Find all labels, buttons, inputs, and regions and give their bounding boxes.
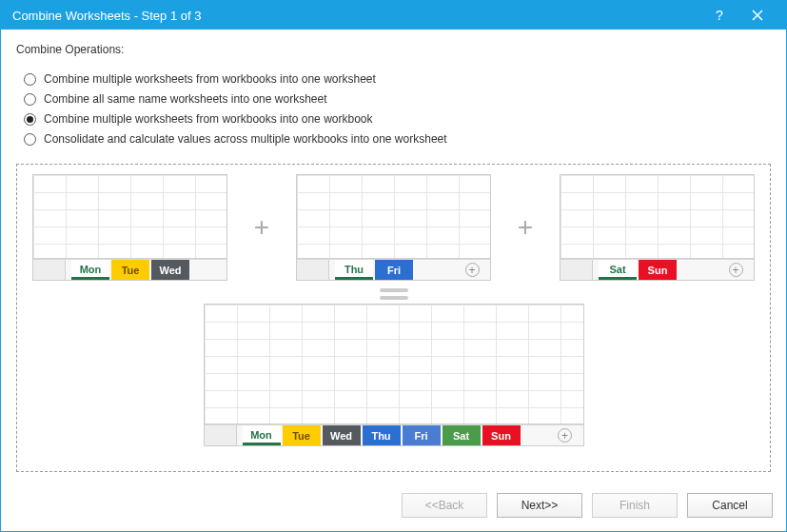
source-workbook: Mon Tue Wed	[32, 174, 227, 281]
add-sheet-button[interactable]: +	[462, 260, 482, 280]
sheet-tab-fri[interactable]: Fri	[375, 260, 413, 280]
radio-icon	[24, 93, 36, 106]
plus-icon: +	[247, 214, 276, 241]
sheet-grid	[33, 175, 226, 259]
sheet-grid	[205, 305, 583, 424]
titlebar: Combine Worksheets - Step 1 of 3 ?	[1, 1, 786, 30]
diagram-source-row: Mon Tue Wed + Thu Fri + +	[32, 174, 755, 281]
next-button[interactable]: Next>>	[497, 493, 582, 518]
sheet-tab-mon[interactable]: Mon	[243, 425, 281, 445]
close-icon	[752, 10, 763, 21]
sheet-tab-fri[interactable]: Fri	[403, 425, 441, 445]
radio-option[interactable]: Combine all same name worksheets into on…	[24, 92, 771, 106]
source-workbook: Thu Fri +	[296, 174, 491, 281]
button-row: <<Back Next>> Finish Cancel	[1, 482, 786, 531]
equals-icon	[380, 285, 408, 304]
sheet-grid	[561, 175, 754, 259]
radio-label: Combine all same name worksheets into on…	[44, 92, 326, 106]
tab-row: Mon Tue Wed	[33, 259, 226, 280]
result-workbook: Mon Tue Wed Thu Fri Sat Sun +	[204, 304, 584, 446]
tab-scroll-placeholder	[297, 260, 329, 280]
finish-button[interactable]: Finish	[592, 493, 678, 518]
radio-label: Consolidate and calculate values across …	[44, 132, 447, 146]
radio-option[interactable]: Consolidate and calculate values across …	[24, 132, 771, 146]
radio-option[interactable]: Combine multiple worksheets from workboo…	[24, 112, 771, 126]
dialog-window: Combine Worksheets - Step 1 of 3 ? Combi…	[0, 0, 787, 532]
source-workbook: Sat Sun +	[560, 174, 755, 281]
sheet-tab-mon[interactable]: Mon	[71, 260, 109, 280]
tab-scroll-placeholder	[205, 425, 237, 445]
tab-row: Mon Tue Wed Thu Fri Sat Sun +	[205, 424, 583, 445]
plus-icon: +	[511, 214, 540, 241]
radio-option[interactable]: Combine multiple worksheets from workboo…	[24, 72, 771, 86]
sheet-tab-wed[interactable]: Wed	[151, 260, 189, 280]
sheet-tab-sat[interactable]: Sat	[443, 425, 481, 445]
plus-circle-icon: +	[558, 428, 572, 443]
sheet-tab-sun[interactable]: Sun	[482, 425, 521, 445]
sheet-tab-sat[interactable]: Sat	[599, 260, 637, 280]
sheet-tab-sun[interactable]: Sun	[639, 260, 677, 280]
radio-label: Combine multiple worksheets from workboo…	[44, 112, 373, 126]
window-title: Combine Worksheets - Step 1 of 3	[12, 9, 700, 23]
close-button[interactable]	[738, 2, 777, 29]
plus-circle-icon: +	[465, 263, 480, 277]
add-sheet-button[interactable]: +	[555, 425, 576, 445]
back-button[interactable]: <<Back	[402, 493, 487, 518]
sheet-tab-wed[interactable]: Wed	[323, 425, 361, 445]
sheet-tab-thu[interactable]: Thu	[363, 425, 401, 445]
tab-row: Sat Sun +	[561, 259, 754, 280]
help-button[interactable]: ?	[700, 2, 738, 29]
plus-circle-icon: +	[729, 263, 743, 277]
sheet-grid	[297, 175, 490, 259]
radio-icon	[24, 73, 36, 86]
content-area: Combine Operations: Combine multiple wor…	[1, 30, 786, 482]
tab-scroll-placeholder	[33, 260, 66, 280]
add-sheet-button[interactable]: +	[725, 260, 746, 280]
tab-scroll-placeholder	[561, 260, 593, 280]
diagram-area: Mon Tue Wed + Thu Fri + +	[16, 164, 771, 472]
tab-row: Thu Fri +	[297, 259, 490, 280]
section-label: Combine Operations:	[16, 43, 771, 56]
radio-label: Combine multiple worksheets from workboo…	[44, 72, 376, 86]
sheet-tab-tue[interactable]: Tue	[111, 260, 149, 280]
radio-group: Combine multiple worksheets from workboo…	[24, 66, 771, 152]
radio-icon	[24, 113, 36, 126]
sheet-tab-thu[interactable]: Thu	[335, 260, 373, 280]
sheet-tab-tue[interactable]: Tue	[283, 425, 321, 445]
radio-icon	[24, 133, 36, 146]
cancel-button[interactable]: Cancel	[687, 493, 773, 518]
